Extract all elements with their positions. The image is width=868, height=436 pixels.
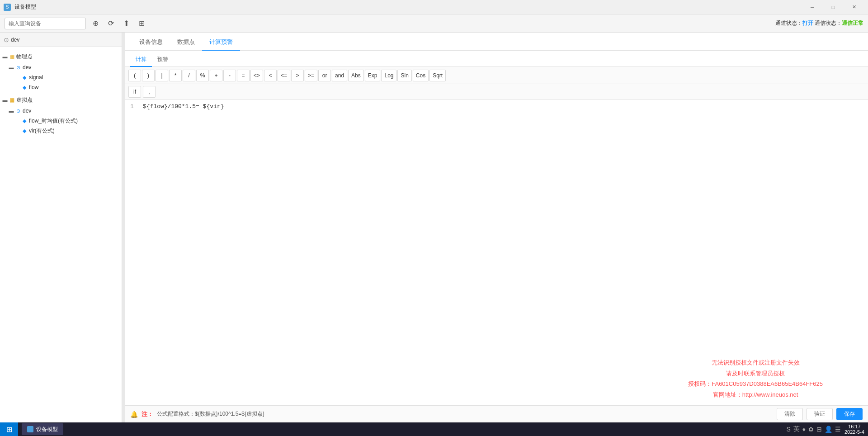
virtual-node-row[interactable]: ▬ ▦ 虚拟点 [0,95,122,105]
formula-btn-[interactable]: ( [128,70,141,81]
user-icon[interactable]: 👤 [825,426,832,433]
flow-vir-icon: ◆ [21,117,28,124]
license-line3: 授权码：FA601C05937D0388EA6B65E4B64FF625 [688,379,823,389]
signal-row[interactable]: ◆ signal [13,72,122,82]
tab-calc-warning[interactable]: 计算预警 [202,34,240,51]
formula-btn2-if[interactable]: if [128,86,141,98]
title-bar-left: S 设备模型 [4,3,36,11]
app-icon: S [4,4,11,11]
maximize-button[interactable]: □ [823,0,844,14]
formula-btn-log[interactable]: Log [381,70,396,81]
license-line2: 请及时联系管理员授权 [688,368,823,379]
more-button[interactable]: ⊞ [136,18,147,29]
sub-tab-calc[interactable]: 计算 [130,53,152,67]
clear-button[interactable]: 清除 [777,408,803,420]
flower-icon[interactable]: ✿ [808,426,814,433]
status-label: 通道状态： [775,20,802,26]
formula-btn-abs[interactable]: Abs [348,70,364,81]
formula-btn-[interactable]: + [210,70,222,81]
license-line4: 官网地址：http://www.ineuos.net [688,389,823,400]
formula-btn-or[interactable]: or [318,70,331,81]
verify-button[interactable]: 验证 [807,408,833,420]
formula-btn-[interactable]: < [264,70,277,81]
formula-btn-[interactable]: = [237,70,250,81]
folder-icon-virtual: ▦ [8,96,15,104]
virtual-dev-row[interactable]: ▬ ⊙ dev [6,106,122,116]
formula-btn-[interactable]: <= [278,70,290,81]
minimize-button[interactable]: ─ [802,0,823,14]
toggle-dev[interactable]: ▬ [8,64,14,71]
formula-btn2-,[interactable]: , [143,86,156,98]
formula-btn-cos[interactable]: Cos [413,70,429,81]
dev-icon-virtual: ⊙ [14,107,22,114]
formula-btn-[interactable]: | [156,70,168,81]
sub-tab-warning[interactable]: 预警 [152,53,174,67]
diamond-icon[interactable]: ♦ [802,426,806,433]
main-tab-bar: 设备信息 数据点 计算预警 [125,33,868,51]
physical-dev-row[interactable]: ▬ ⊙ dev [6,62,122,72]
add-button[interactable]: ⊕ [90,18,101,29]
formula-btn-exp[interactable]: Exp [365,70,381,81]
toggle-vdev[interactable]: ▬ [8,108,14,114]
formula-btn-and[interactable]: and [332,70,347,81]
toggle-physical[interactable]: ▬ [2,53,8,60]
sidebar: ⊙ dev ▬ ▦ 物理点 ▬ ⊙ dev [0,33,122,422]
physical-node: ▬ ▦ 物理点 ▬ ⊙ dev [0,51,122,94]
formula-btn-sin[interactable]: Sin [397,70,411,81]
formula-btn-[interactable]: > [291,70,304,81]
formula-btn-[interactable]: <> [250,70,263,81]
refresh-button[interactable]: ⟳ [105,18,117,29]
minus-box-icon[interactable]: ⊟ [816,426,822,433]
date-display: 2022-5-4 [844,429,864,435]
license-warning: 无法识别授权文件或注册文件失效 请及时联系管理员授权 授权码：FA601C059… [688,357,823,400]
formula-btn-sqrt[interactable]: Sqrt [429,70,446,81]
physical-node-row[interactable]: ▬ ▦ 物理点 [0,52,122,62]
formula-btn-[interactable]: * [169,70,182,81]
window-controls: ─ □ ✕ [802,0,864,14]
editor-line-1: 1 ${flow}/100*1.5= ${vir} [130,103,863,110]
lang-icon[interactable]: 英 [793,425,800,433]
time-display: 16:17 [844,424,864,429]
device-icon: ⊙ [4,36,9,43]
connection-status: 通道状态：打开 通信状态：通信正常 [775,19,863,27]
note-text: 公式配置格式：${数据点}/100^1.5=${虚拟点} [157,410,264,418]
formula-btn-[interactable]: / [183,70,195,81]
status-conn-label: 通信状态： [813,20,842,26]
export-button[interactable]: ⬆ [120,18,132,29]
taskbar-app-icon [27,426,33,432]
flow-row[interactable]: ◆ flow [13,82,122,92]
taskbar-app-label: 设备模型 [36,426,58,433]
close-button[interactable]: ✕ [844,0,864,14]
vdev-children: ◆ flow_时均值(有公式) ◆ vir(有公式) [13,116,122,136]
virtual-children: ▬ ⊙ dev ◆ flow_时均值(有公式) [6,105,122,137]
virtual-dev-label: dev [23,108,31,114]
sub-tab-bar: 计算 预警 [125,51,868,67]
tab-data-points[interactable]: 数据点 [170,34,202,51]
s-icon[interactable]: S [786,426,790,433]
sidebar-header: ⊙ dev [0,33,122,47]
tree-container: ▬ ▦ 物理点 ▬ ⊙ dev [0,47,122,141]
physical-dev-node: ▬ ⊙ dev ◆ signal ◆ [6,62,122,93]
search-input[interactable] [5,18,86,29]
tab-device-info[interactable]: 设备信息 [132,34,170,51]
note-actions: 清除 验证 保存 [777,408,863,420]
save-button[interactable]: 保存 [836,408,863,420]
status-normal: 通信正常 [842,20,863,26]
formula-btn-[interactable]: - [223,70,236,81]
vir-row[interactable]: ◆ vir(有公式) [13,126,122,136]
start-button[interactable]: ⊞ [0,422,18,436]
flow-vir-row[interactable]: ◆ flow_时均值(有公式) [13,116,122,126]
sidebar-dev-label: dev [11,37,19,43]
formula-btn-[interactable]: ) [142,70,155,81]
menu-icon[interactable]: ☰ [835,426,841,433]
note-label: 注： [142,410,153,418]
formula-btn-[interactable]: % [196,70,209,81]
folder-icon: ▦ [8,53,15,60]
license-line1: 无法识别授权文件或注册文件失效 [688,357,823,368]
dev-children: ◆ signal ◆ flow [13,72,122,92]
toggle-virtual[interactable]: ▬ [2,97,8,103]
virtual-dev-node: ▬ ⊙ dev ◆ flow_时均值(有公式) [6,105,122,137]
formula-btn-[interactable]: >= [305,70,317,81]
formula-note: 🔔 注： 公式配置格式：${数据点}/100^1.5=${虚拟点} 清除 验证 … [125,405,868,422]
taskbar-app-device-model[interactable]: 设备模型 [22,423,63,435]
